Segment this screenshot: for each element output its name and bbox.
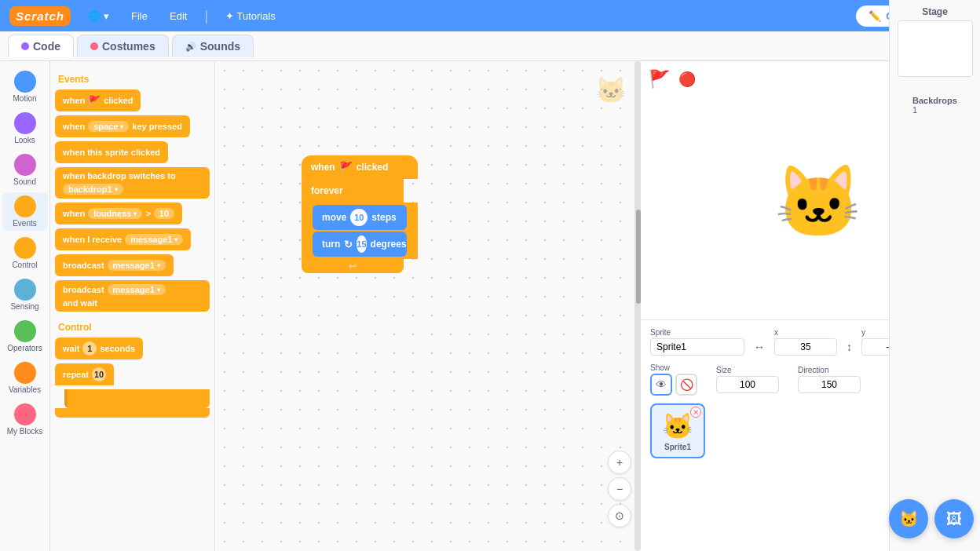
speaker-icon: 🔊 — [185, 42, 196, 52]
main-layout: Motion Looks Sound Events Control Sensin… — [0, 61, 980, 551]
sidebar-item-operators[interactable]: Operators — [2, 317, 48, 356]
sidebar-item-sensing[interactable]: Sensing — [2, 276, 48, 314]
file-menu-button[interactable]: File — [126, 7, 152, 25]
block-broadcast[interactable]: broadcast message1 ▾ — [55, 254, 174, 276]
stage-controls: 🚩 🔴 — [647, 68, 699, 91]
stop-button[interactable]: 🔴 — [675, 68, 699, 91]
x-input[interactable] — [774, 338, 837, 356]
block-broadcast-wait[interactable]: broadcast message1 ▾ and wait — [55, 280, 210, 312]
sound-color-dot — [14, 154, 36, 176]
zoom-in-button[interactable]: + — [608, 451, 631, 474]
loudness-value[interactable]: 10 — [154, 208, 174, 219]
events-section-title: Events — [58, 74, 210, 85]
variables-color-dot — [14, 362, 36, 384]
receive-msg-dropdown[interactable]: message1 ▾ — [125, 234, 183, 245]
stage-mini-thumbnail[interactable] — [898, 20, 973, 77]
control-label: Control — [12, 261, 37, 269]
language-button[interactable]: 🌐 ▾ — [83, 7, 114, 25]
block-repeat[interactable]: repeat 10 — [55, 363, 114, 385]
canvas-flag-icon: 🚩 — [339, 161, 353, 173]
show-field: Show 👁 🚫 — [650, 363, 697, 396]
looks-color-dot — [14, 112, 36, 134]
canvas-forever-wrap: forever move 10 steps turn — [302, 179, 418, 273]
sidebar-item-looks[interactable]: Looks — [2, 109, 48, 148]
canvas-block-forever[interactable]: forever — [302, 179, 404, 203]
sidebar-item-events[interactable]: Events — [2, 192, 48, 231]
tab-costumes[interactable]: Costumes — [77, 35, 169, 57]
canvas-block-turn[interactable]: turn ↻ 15 degrees — [313, 232, 407, 257]
canvas-block-move[interactable]: move 10 steps — [313, 205, 407, 230]
direction-input[interactable] — [798, 376, 861, 393]
scratch-logo: Scratch — [9, 6, 71, 26]
tab-code[interactable]: Code — [8, 35, 74, 57]
block-when-receive[interactable]: when I receive message1 ▾ — [55, 228, 191, 250]
loudness-dropdown[interactable]: loudness ▾ — [88, 208, 142, 219]
sensing-label: Sensing — [10, 302, 38, 311]
block-wait[interactable]: wait 1 seconds — [55, 338, 143, 359]
canvas-forever-body: move 10 steps turn ↻ 15 degrees — [302, 203, 418, 259]
myblocks-label: My Blocks — [7, 427, 43, 436]
backdrop-dropdown[interactable]: backdrop1 ▾ — [63, 184, 123, 195]
script-area[interactable]: 🐱 when 🚩 clicked forever move — [215, 61, 641, 551]
tab-code-label: Code — [33, 40, 60, 53]
motion-color-dot — [14, 71, 36, 93]
backdrops-count: 1 — [912, 105, 957, 115]
direction-field: Direction — [798, 366, 861, 393]
tab-costumes-label: Costumes — [102, 40, 155, 53]
flag-icon: 🚩 — [88, 95, 101, 107]
direction-label: Direction — [798, 366, 861, 374]
canvas-move-value[interactable]: 10 — [350, 209, 368, 226]
rotate-icon: ↻ — [344, 239, 353, 250]
block-when-key-pressed[interactable]: when space ▾ key pressed — [55, 115, 190, 137]
show-visible-button[interactable]: 👁 — [650, 374, 672, 396]
pencil-icon: ✏️ — [868, 10, 881, 22]
variables-label: Variables — [9, 385, 41, 394]
sprite-name-input[interactable] — [650, 338, 744, 356]
broadcast-wait-msg-dropdown[interactable]: message1 ▾ — [108, 284, 166, 295]
sprite-thumb-label: Sprite1 — [664, 443, 691, 451]
size-input[interactable] — [716, 376, 779, 393]
show-hidden-button[interactable]: 🚫 — [675, 374, 697, 396]
zoom-reset-button[interactable]: ⊙ — [608, 504, 631, 527]
sprite-close-button[interactable]: ✕ — [690, 407, 701, 418]
show-label: Show — [650, 363, 697, 372]
sidebar-item-control[interactable]: Control — [2, 234, 48, 272]
key-dropdown[interactable]: space ▾ — [88, 121, 129, 132]
canvas-scrollbar[interactable] — [634, 61, 641, 551]
add-backdrop-button[interactable]: 🖼 — [934, 499, 974, 538]
block-when-loudness[interactable]: when loudness ▾ > 10 — [55, 203, 182, 224]
sensing-color-dot — [14, 279, 36, 301]
tab-sounds[interactable]: 🔊 Sounds — [172, 35, 254, 57]
add-sprite-button[interactable]: 🐱 — [889, 499, 928, 538]
sidebar-item-variables[interactable]: Variables — [2, 359, 48, 397]
sprite-name-field: Sprite — [650, 328, 744, 356]
stage-cat-sprite: 🐱 — [774, 161, 862, 243]
sprite-thumb-sprite1[interactable]: ✕ 🐱 Sprite1 — [650, 403, 705, 458]
zoom-out-button[interactable]: − — [608, 477, 631, 501]
operators-label: Operators — [7, 344, 42, 352]
green-flag-button[interactable]: 🚩 — [647, 68, 671, 91]
repeat-value[interactable]: 10 — [92, 367, 106, 381]
sidebar-item-sound[interactable]: Sound — [2, 151, 48, 189]
canvas-turn-value[interactable]: 15 — [357, 235, 366, 253]
sidebar-item-myblocks[interactable]: My Blocks — [2, 400, 48, 439]
blocks-panel: Events when 🚩 clicked when space ▾ key p… — [50, 61, 215, 551]
broadcast-msg-dropdown[interactable]: message1 ▾ — [108, 260, 166, 271]
forever-arrow-icon: ↩ — [349, 261, 357, 272]
control-section-title: Control — [58, 322, 210, 333]
block-when-flag-clicked[interactable]: when 🚩 clicked — [55, 89, 141, 111]
sound-label: Sound — [13, 177, 36, 186]
wait-value[interactable]: 1 — [82, 341, 97, 356]
sprite-label: Sprite — [650, 328, 744, 337]
cat-decoration: 🐱 — [595, 75, 627, 105]
sidebar-item-motion[interactable]: Motion — [2, 68, 48, 106]
motion-label: Motion — [13, 94, 36, 103]
block-when-backdrop-switches[interactable]: when backdrop switches to backdrop1 ▾ — [55, 167, 210, 199]
backdrops-section: Backdrops 1 — [912, 88, 957, 115]
tutorials-button[interactable]: ✦ Tutorials — [221, 7, 280, 25]
arrow-y-icon: ↕ — [847, 341, 852, 353]
block-when-sprite-clicked[interactable]: when this sprite clicked — [55, 141, 168, 163]
events-label: Events — [13, 219, 37, 228]
canvas-block-when-flag[interactable]: when 🚩 clicked — [302, 155, 418, 179]
edit-menu-button[interactable]: Edit — [165, 7, 192, 25]
